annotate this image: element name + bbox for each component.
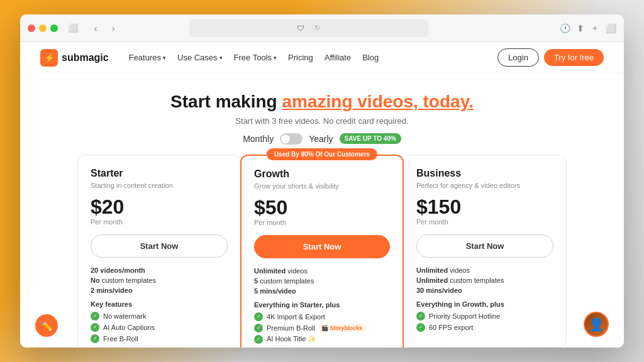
fullscreen-button[interactable] bbox=[50, 25, 58, 32]
logo[interactable]: ⚡ submagic bbox=[40, 49, 109, 67]
plan-business-name: Business bbox=[416, 168, 553, 179]
storyblocks-tag: 🎬 Storyblocks bbox=[319, 324, 365, 332]
nav-features[interactable]: Features ▾ bbox=[129, 53, 166, 62]
user-avatar[interactable]: 👤 bbox=[584, 312, 609, 337]
chat-bubble[interactable]: ✏️ bbox=[35, 314, 58, 337]
business-feat-2: ✓ 60 FPS export bbox=[416, 323, 553, 332]
nav-blog[interactable]: Blog bbox=[362, 53, 379, 62]
chevron-down-icon: ▾ bbox=[163, 55, 166, 61]
plan-starter-price: $20 bbox=[91, 197, 228, 217]
check-icon: ✓ bbox=[416, 323, 425, 332]
plan-growth: Used By 80% Of Our Customers Growth Grow… bbox=[240, 155, 404, 348]
logo-text: submagic bbox=[62, 52, 109, 63]
growth-feature-duration: 5 mins/video bbox=[254, 287, 390, 295]
try-free-button[interactable]: Try for free bbox=[544, 49, 604, 66]
plan-growth-name: Growth bbox=[254, 168, 390, 180]
clock-icon[interactable]: 🕐 bbox=[560, 23, 570, 33]
billing-toggle: Monthly Yearly SAVE UP TO 40% bbox=[33, 133, 611, 145]
business-feature-videos: Unlimited videos bbox=[416, 266, 553, 274]
nav-buttons: ‹ › bbox=[88, 21, 121, 36]
nav-affiliate[interactable]: Affiliate bbox=[325, 53, 351, 62]
plan-business-period: Per month bbox=[416, 218, 553, 226]
plan-business-desc: Perfect for agency & video editors bbox=[416, 182, 553, 189]
nav-links: Features ▾ Use Cases ▾ Free Tools ▾ Pric… bbox=[129, 53, 379, 62]
nav-right: Login Try for free bbox=[497, 48, 604, 67]
plan-starter-period: Per month bbox=[91, 218, 228, 226]
check-icon: ✓ bbox=[91, 312, 99, 321]
growth-feature-videos: Unlimited videos bbox=[254, 267, 390, 275]
growth-feat-1: ✓ 4K Import & Export bbox=[254, 312, 390, 321]
check-icon: ✓ bbox=[254, 324, 263, 332]
growth-features-header: Everything in Starter, plus bbox=[254, 301, 390, 309]
check-icon: ✓ bbox=[254, 335, 263, 344]
hero-title-highlight: amazing videos, today. bbox=[282, 92, 473, 111]
page-content: ⚡ submagic Features ▾ Use Cases ▾ Free T… bbox=[20, 42, 624, 348]
plan-growth-period: Per month bbox=[254, 219, 390, 226]
billing-yearly-label: Yearly bbox=[309, 134, 333, 144]
address-bar[interactable]: 🛡 ↻ bbox=[189, 19, 428, 37]
close-button[interactable] bbox=[28, 25, 35, 32]
browser-window: ⬜ ‹ › 🛡 ↻ 🕐 ⬆ ＋ ⬜ ⚡ submagic Fe bbox=[20, 14, 624, 348]
traffic-lights bbox=[28, 25, 58, 32]
check-icon: ✓ bbox=[416, 312, 425, 321]
sidebar-icon[interactable]: ⬜ bbox=[68, 23, 78, 33]
growth-feature-templates: 5 custom templates bbox=[254, 277, 390, 285]
reload-icon[interactable]: ↻ bbox=[314, 24, 320, 32]
toggle-knob bbox=[281, 134, 290, 143]
plan-starter-cta[interactable]: Start Now bbox=[91, 234, 228, 258]
plan-starter: Starter Starting in content creation $20… bbox=[77, 155, 241, 348]
plan-growth-desc: Grow your shorts & visibility bbox=[254, 182, 390, 190]
starter-feat-1: ✓ No watermark bbox=[91, 312, 228, 321]
business-feature-templates: Unlimited custom templates bbox=[416, 277, 553, 284]
new-tab-icon[interactable]: ＋ bbox=[591, 23, 599, 34]
plan-growth-cta[interactable]: Start Now bbox=[254, 235, 390, 258]
starter-feat-2: ✓ AI Auto Captions bbox=[91, 323, 228, 332]
starter-feature-templates: No custom templates bbox=[91, 277, 228, 284]
starter-feature-videos: 20 videos/month bbox=[91, 266, 228, 274]
business-features-header: Everything in Growth, plus bbox=[416, 300, 553, 308]
titlebar-icons: ⬜ bbox=[68, 23, 78, 33]
pricing-section: Starter Starting in content creation $20… bbox=[20, 155, 624, 348]
nav-free-tools[interactable]: Free Tools ▾ bbox=[234, 53, 277, 62]
growth-feat-3: ✓ AI Hook Title ✨ bbox=[254, 335, 390, 344]
back-button[interactable]: ‹ bbox=[88, 21, 103, 36]
growth-feat-2: ✓ Premium B-Roll 🎬 Storyblocks bbox=[254, 324, 390, 332]
privacy-icon: 🛡 bbox=[297, 24, 304, 33]
nav-pricing[interactable]: Pricing bbox=[288, 53, 313, 62]
check-icon: ✓ bbox=[91, 323, 99, 332]
login-button[interactable]: Login bbox=[497, 48, 539, 67]
plan-starter-desc: Starting in content creation bbox=[91, 182, 228, 189]
starter-feat-3: ✓ Free B-Roll bbox=[91, 334, 228, 343]
plan-business-cta[interactable]: Start Now bbox=[416, 234, 553, 258]
billing-monthly-label: Monthly bbox=[243, 134, 274, 144]
share-icon[interactable]: ⬆ bbox=[577, 23, 584, 33]
plan-growth-price: $50 bbox=[254, 197, 390, 217]
minimize-button[interactable] bbox=[39, 25, 47, 32]
hero-subtitle: Start with 3 free videos. No credit card… bbox=[33, 116, 611, 126]
chevron-down-icon: ▾ bbox=[274, 55, 277, 61]
plan-business-price: $150 bbox=[416, 197, 553, 217]
titlebar-right-icons: 🕐 ⬆ ＋ ⬜ bbox=[560, 23, 616, 34]
check-icon: ✓ bbox=[254, 312, 263, 321]
save-badge: SAVE UP TO 40% bbox=[340, 133, 401, 144]
plan-starter-name: Starter bbox=[91, 168, 228, 179]
starter-feature-duration: 2 mins/video bbox=[91, 287, 228, 294]
billing-toggle-switch[interactable] bbox=[280, 133, 303, 145]
business-feature-duration: 30 mins/video bbox=[416, 287, 553, 294]
titlebar: ⬜ ‹ › 🛡 ↻ 🕐 ⬆ ＋ ⬜ bbox=[20, 14, 624, 42]
navbar: ⚡ submagic Features ▾ Use Cases ▾ Free T… bbox=[20, 42, 624, 74]
forward-button[interactable]: › bbox=[106, 21, 121, 36]
business-feat-1: ✓ Priority Support Hotline bbox=[416, 312, 553, 321]
check-icon: ✓ bbox=[91, 334, 99, 343]
featured-badge: Used By 80% Of Our Customers bbox=[267, 148, 377, 160]
tabs-icon[interactable]: ⬜ bbox=[606, 23, 616, 33]
hero-section: Start making amazing videos, today. Star… bbox=[20, 74, 624, 155]
logo-icon: ⚡ bbox=[40, 49, 58, 67]
chevron-down-icon: ▾ bbox=[219, 55, 223, 61]
starter-features-header: Key features bbox=[91, 300, 228, 308]
plan-business: Business Perfect for agency & video edit… bbox=[403, 155, 567, 348]
hero-title: Start making amazing videos, today. bbox=[33, 91, 611, 112]
nav-use-cases[interactable]: Use Cases ▾ bbox=[177, 53, 223, 62]
